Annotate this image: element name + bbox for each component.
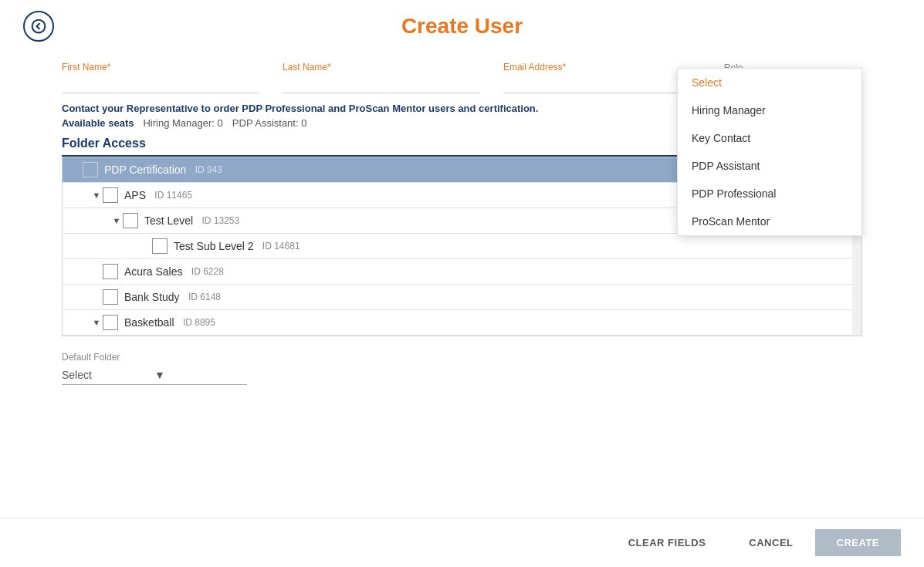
folder-name: PDP Certification <box>104 164 186 176</box>
create-user-page: Create User First Name* Last Name* Email… <box>0 0 924 567</box>
available-seats-label: Available seats <box>62 117 134 129</box>
folder-id: ID 11465 <box>152 190 192 201</box>
folder-row: ▼ Test Sub Level 2 ID 14681 <box>63 234 861 259</box>
folder-row: ▼ Bank Study ID 6148 <box>63 285 861 310</box>
chevron-down-icon: ▼ <box>154 369 247 381</box>
page-title: Create User <box>401 14 523 39</box>
default-folder-section: Default Folder Select ▼ <box>62 352 862 400</box>
folder-checkbox[interactable] <box>103 315 118 330</box>
chevron-icon[interactable]: ▼ <box>110 214 123 227</box>
folder-name: Test Sub Level 2 <box>174 240 254 252</box>
folder-checkbox[interactable] <box>103 289 118 305</box>
folder-row: ▼ Acura Sales ID 6228 <box>63 259 861 285</box>
last-name-label: Last Name* <box>283 62 480 73</box>
dropdown-item-select[interactable]: Select <box>678 69 861 96</box>
folder-id: ID 8895 <box>181 317 215 328</box>
first-name-input[interactable] <box>62 74 259 93</box>
folder-checkbox[interactable] <box>152 238 168 254</box>
first-name-label: First Name* <box>62 62 259 73</box>
folder-checkbox[interactable] <box>103 264 118 279</box>
default-folder-value: Select <box>62 369 154 381</box>
first-name-group: First Name* <box>62 62 259 93</box>
dropdown-item-hiring-manager[interactable]: Hiring Manager <box>678 96 861 124</box>
last-name-group: Last Name* <box>283 62 480 93</box>
clear-fields-button[interactable]: CLEAR FIELDS <box>607 529 728 556</box>
folder-id: ID 943 <box>192 164 222 175</box>
folder-id: ID 13253 <box>199 215 239 226</box>
hiring-manager-seats: Hiring Manager: 0 <box>143 117 222 129</box>
folder-checkbox[interactable] <box>123 213 138 228</box>
folder-name: Basketball <box>124 316 174 329</box>
default-folder-select[interactable]: Select ▼ <box>62 366 247 385</box>
folder-id: ID 6228 <box>188 266 223 277</box>
folder-name: Acura Sales <box>124 265 182 278</box>
create-button[interactable]: CREATE <box>815 529 901 556</box>
folder-row: ▼ Basketball ID 8895 <box>63 310 861 336</box>
folder-name: APS <box>124 189 146 201</box>
folder-checkbox[interactable] <box>83 162 98 177</box>
dropdown-item-pdp-assistant[interactable]: PDP Assistant <box>678 152 861 180</box>
back-button[interactable] <box>23 11 54 42</box>
email-input[interactable] <box>503 74 701 93</box>
folder-id: ID 14681 <box>260 241 300 251</box>
dropdown-item-key-contact[interactable]: Key Contact <box>678 124 861 152</box>
last-name-input[interactable] <box>283 74 480 93</box>
folder-name: Test Level <box>144 214 193 227</box>
chevron-icon[interactable]: ▼ <box>90 316 103 329</box>
pdp-assistant-seats: PDP Assistant: 0 <box>232 117 307 129</box>
role-dropdown: Select Hiring Manager Key Contact PDP As… <box>677 68 862 236</box>
email-label: Email Address* <box>503 62 701 73</box>
bottom-bar: CLEAR FIELDS CANCEL CREATE <box>0 518 924 567</box>
cancel-button[interactable]: CANCEL <box>727 529 814 556</box>
default-folder-label: Default Folder <box>62 352 862 363</box>
email-group: Email Address* <box>503 62 701 93</box>
dropdown-item-pdp-professional[interactable]: PDP Professional <box>678 180 861 208</box>
folder-name: Bank Study <box>124 291 180 303</box>
dropdown-item-proscan-mentor[interactable]: ProScan Mentor <box>678 208 861 235</box>
page-header: Create User <box>0 0 924 46</box>
folder-checkbox[interactable] <box>103 187 118 203</box>
folder-id: ID 6148 <box>186 292 221 302</box>
svg-point-0 <box>32 20 46 33</box>
chevron-icon[interactable]: ▼ <box>90 189 103 201</box>
